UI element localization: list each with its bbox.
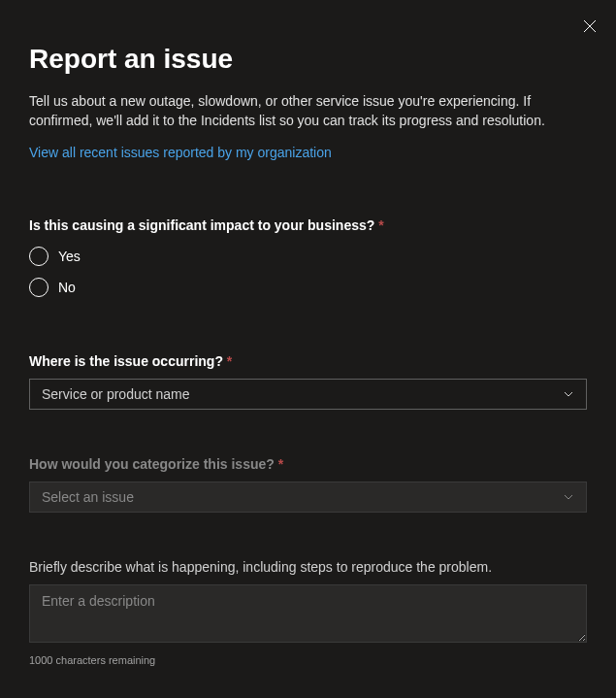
- select-placeholder: Service or product name: [42, 386, 190, 402]
- required-indicator: *: [278, 456, 283, 472]
- page-title: Report an issue: [29, 44, 587, 75]
- description-textarea[interactable]: [29, 584, 587, 643]
- radio-label-yes: Yes: [58, 249, 81, 264]
- category-label: How would you categorize this issue? *: [29, 456, 587, 472]
- required-indicator: *: [227, 353, 232, 369]
- char-count: 1000 characters remaining: [29, 654, 587, 666]
- category-select: Select an issue: [29, 482, 587, 513]
- required-indicator: *: [378, 217, 383, 233]
- close-icon: [583, 19, 597, 33]
- description-label: Briefly describe what is happening, incl…: [29, 559, 587, 575]
- radio-icon: [29, 278, 49, 297]
- impact-radio-group: Yes No: [29, 247, 587, 297]
- impact-yes-option[interactable]: Yes: [29, 247, 587, 266]
- select-placeholder: Select an issue: [42, 489, 134, 505]
- impact-no-option[interactable]: No: [29, 278, 587, 297]
- close-button[interactable]: [578, 15, 601, 38]
- impact-label: Is this causing a significant impact to …: [29, 217, 587, 233]
- radio-icon: [29, 247, 49, 266]
- chevron-down-icon: [563, 388, 574, 400]
- page-description: Tell us about a new outage, slowdown, or…: [29, 92, 587, 130]
- chevron-down-icon: [563, 491, 574, 503]
- location-select[interactable]: Service or product name: [29, 379, 587, 410]
- location-label: Where is the issue occurring? *: [29, 353, 587, 369]
- view-issues-link[interactable]: View all recent issues reported by my or…: [29, 145, 332, 160]
- radio-label-no: No: [58, 280, 76, 295]
